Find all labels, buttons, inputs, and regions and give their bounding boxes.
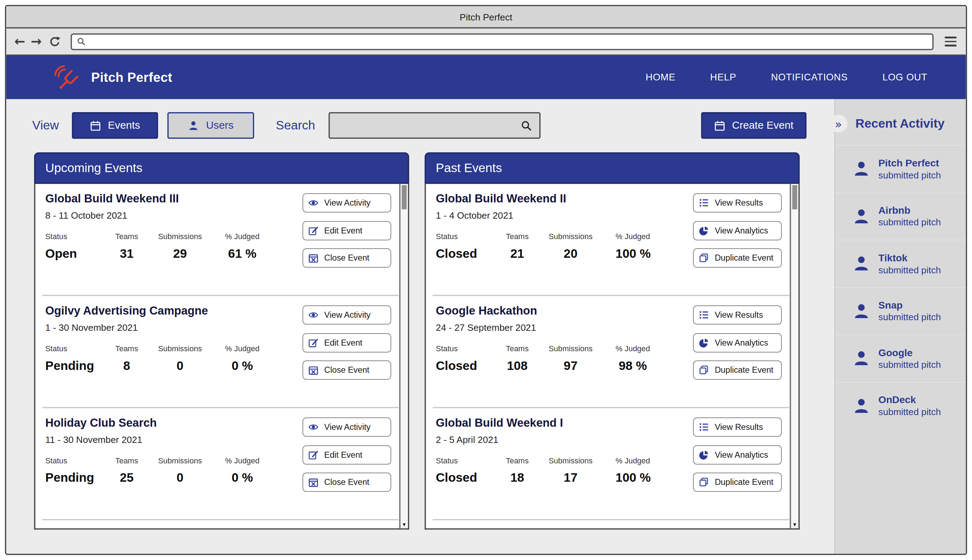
- edit-event-button[interactable]: Edit Event: [303, 333, 391, 352]
- forward-icon[interactable]: →: [31, 35, 42, 48]
- duplicate-event-button[interactable]: Duplicate Event: [693, 248, 782, 267]
- copy-icon: [698, 477, 709, 487]
- stat-label-status: Status: [45, 456, 94, 465]
- event-dates: 11 - 30 November 2021: [45, 434, 303, 445]
- activity-item[interactable]: Snap submitted pitch: [835, 287, 966, 334]
- user-icon: [852, 160, 870, 178]
- activity-text: Google submitted pitch: [878, 347, 941, 370]
- event-card-info: Ogilvy Advertising Campagne 1 - 30 Novem…: [45, 304, 303, 407]
- action-label: Close Event: [325, 253, 370, 262]
- user-icon: [852, 207, 870, 225]
- stat-value-teams: 8: [115, 358, 138, 373]
- stat-value-submissions: 0: [158, 358, 202, 373]
- view-analytics-button[interactable]: View Analytics: [693, 333, 782, 352]
- brand-name: Pitch Perfect: [91, 70, 172, 85]
- tuning-fork-logo-icon: [51, 62, 83, 93]
- action-label: Duplicate Event: [715, 477, 773, 487]
- action-label: View Analytics: [715, 338, 768, 347]
- view-analytics-button[interactable]: View Analytics: [693, 221, 782, 240]
- collapse-sidebar-button[interactable]: »: [830, 115, 847, 133]
- user-icon: [852, 397, 870, 415]
- url-input[interactable]: [90, 37, 927, 47]
- stat-value-submissions: 17: [549, 471, 592, 485]
- stat-label-submissions: Submissions: [158, 232, 202, 241]
- search-icon[interactable]: [521, 120, 532, 131]
- view-activity-button[interactable]: View Activity: [303, 418, 391, 437]
- back-icon[interactable]: ←: [14, 35, 25, 48]
- action-label: View Activity: [325, 198, 371, 207]
- close-event-button[interactable]: Close Event: [303, 360, 391, 380]
- activity-item[interactable]: Pitch Perfect submitted pitch: [835, 145, 966, 192]
- search-input[interactable]: [338, 120, 521, 131]
- view-activity-button[interactable]: View Activity: [303, 193, 391, 212]
- stat-label-submissions: Submissions: [158, 456, 202, 465]
- scrollbar[interactable]: ▾: [399, 184, 408, 528]
- view-results-button[interactable]: View Results: [693, 193, 782, 212]
- close-event-button[interactable]: Close Event: [303, 473, 391, 492]
- view-results-button[interactable]: View Results: [693, 418, 782, 437]
- menu-icon[interactable]: [944, 34, 957, 49]
- users-view-button[interactable]: Users: [167, 112, 254, 139]
- numbered-list-icon: [698, 310, 709, 320]
- window-titlebar: Pitch Perfect: [7, 7, 966, 28]
- nav-logout[interactable]: LOG OUT: [882, 72, 927, 83]
- events-button-label: Events: [108, 119, 140, 132]
- stat-value-judged: 100 %: [616, 471, 651, 485]
- refresh-icon[interactable]: [49, 36, 61, 47]
- stat-label-judged: % Judged: [616, 456, 651, 465]
- stat-label-teams: Teams: [506, 232, 529, 241]
- view-toolbar: View Events Users Search Create Event: [32, 112, 806, 139]
- event-card-info: Google Hackathon 24 - 27 September 2021 …: [436, 304, 693, 407]
- stat-value-teams: 31: [115, 247, 138, 261]
- activity-action: submitted pitch: [878, 407, 941, 417]
- activity-text: Pitch Perfect submitted pitch: [878, 158, 941, 180]
- action-label: Edit Event: [325, 226, 363, 235]
- eye-icon: [308, 310, 319, 320]
- activity-item[interactable]: Tiktok submitted pitch: [835, 240, 966, 287]
- nav-home[interactable]: HOME: [646, 72, 675, 83]
- scrollbar[interactable]: ▾: [790, 184, 799, 528]
- event-card-actions: View Activity Edit Event Close Event: [303, 418, 391, 519]
- search-box[interactable]: [329, 112, 541, 139]
- stat-label-status: Status: [45, 345, 94, 353]
- activity-item[interactable]: Airbnb submitted pitch: [835, 192, 966, 240]
- view-activity-button[interactable]: View Activity: [303, 305, 391, 325]
- stat-value-judged: 0 %: [225, 471, 260, 485]
- event-stats: Status Open Teams 31 Submissions 29 % Ju…: [45, 232, 303, 271]
- stat-label-status: Status: [436, 345, 477, 353]
- address-bar[interactable]: [71, 33, 934, 50]
- close-event-button[interactable]: Close Event: [303, 248, 391, 267]
- stat-value-status: Pending: [45, 358, 94, 373]
- event-dates: 8 - 11 October 2021: [45, 210, 303, 220]
- nav-help[interactable]: HELP: [710, 72, 736, 83]
- scrollbar-thumb[interactable]: [402, 185, 407, 209]
- panel-body: Global Build Weekend II 1 - 4 October 20…: [425, 184, 800, 530]
- activity-item[interactable]: OnDeck submitted pitch: [835, 382, 966, 429]
- view-analytics-button[interactable]: View Analytics: [693, 445, 782, 464]
- copy-icon: [698, 365, 709, 375]
- edit-event-button[interactable]: Edit Event: [303, 221, 391, 240]
- calendar-x-icon: [308, 253, 319, 263]
- calendar-icon: [90, 120, 101, 131]
- edit-event-button[interactable]: Edit Event: [303, 445, 391, 464]
- stat-label-submissions: Submissions: [158, 345, 202, 353]
- pie-chart-icon: [698, 225, 709, 235]
- create-event-button[interactable]: Create Event: [701, 112, 806, 139]
- duplicate-event-button[interactable]: Duplicate Event: [693, 473, 782, 492]
- scrollbar-thumb[interactable]: [792, 185, 797, 209]
- scroll-down-arrow-icon[interactable]: ▾: [401, 521, 408, 528]
- nav-notifications[interactable]: NOTIFICATIONS: [771, 72, 847, 83]
- event-card-info: Global Build Weekend II 1 - 4 October 20…: [436, 192, 693, 295]
- stat-value-judged: 100 %: [616, 247, 651, 261]
- calendar-icon: [714, 120, 725, 131]
- pie-chart-icon: [698, 449, 709, 460]
- duplicate-event-button[interactable]: Duplicate Event: [693, 360, 782, 380]
- events-view-button[interactable]: Events: [72, 112, 158, 139]
- activity-item[interactable]: Google submitted pitch: [835, 334, 966, 382]
- activity-action: submitted pitch: [878, 359, 941, 370]
- stat-value-status: Closed: [436, 358, 477, 373]
- user-icon: [852, 302, 870, 320]
- scroll-down-arrow-icon[interactable]: ▾: [791, 521, 798, 528]
- view-results-button[interactable]: View Results: [693, 305, 782, 325]
- action-label: Duplicate Event: [715, 253, 773, 262]
